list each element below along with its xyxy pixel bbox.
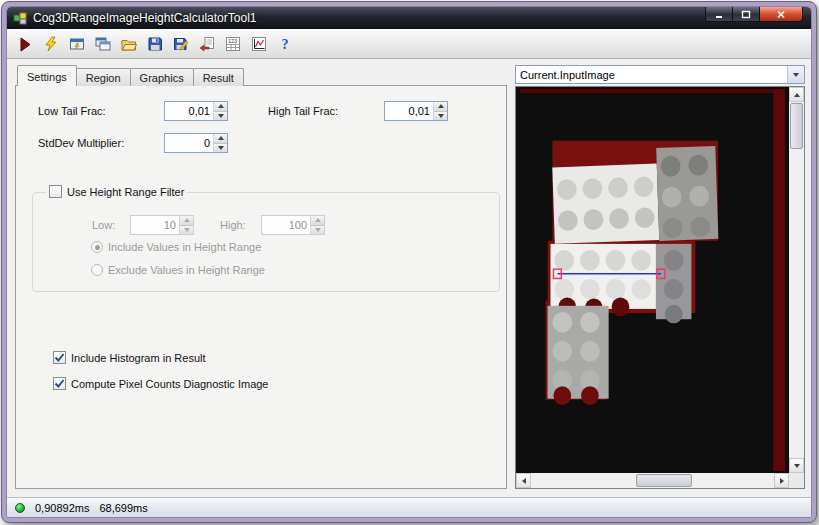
window: Cog3DRangeImageHeightCalculatorTool1	[1, 1, 817, 523]
scroll-up-button[interactable]	[789, 87, 804, 102]
save-button[interactable]	[143, 32, 166, 55]
tab-settings-label: Settings	[27, 71, 67, 83]
check-icon	[54, 378, 65, 389]
height-low-label: Low:	[92, 219, 115, 231]
spin-down-button[interactable]	[180, 226, 193, 235]
tab-graphics-label: Graphics	[140, 72, 184, 84]
close-button[interactable]	[760, 7, 803, 22]
include-histogram-checkbox[interactable]: Include Histogram in Result	[50, 351, 209, 364]
open-folder-icon	[121, 36, 137, 52]
statusbar: 0,90892ms 68,699ms	[7, 497, 811, 517]
high-tail-frac-label: High Tail Frac:	[268, 105, 338, 117]
dropdown-arrow-icon	[793, 73, 799, 77]
tab-result-label: Result	[203, 72, 234, 84]
high-tail-frac-input[interactable]: 0,01	[384, 101, 448, 121]
horizontal-scroll-thumb[interactable]	[636, 474, 692, 487]
include-values-radio[interactable]: Include Values in Height Range	[91, 241, 261, 253]
import-tool-button[interactable]	[195, 32, 218, 55]
low-tail-frac-input[interactable]: 0,01	[164, 101, 228, 121]
height-high-spinner	[310, 216, 324, 234]
range-image-display[interactable]	[516, 87, 789, 473]
minimize-icon	[714, 10, 724, 19]
spin-up-button[interactable]	[434, 102, 447, 112]
image-selector-combobox[interactable]: Current.InputImage	[515, 65, 805, 84]
left-arrow-icon	[522, 478, 526, 484]
up-arrow-icon	[438, 104, 444, 108]
spin-up-button[interactable]	[180, 216, 193, 226]
include-histogram-label: Include Histogram in Result	[71, 352, 206, 364]
help-icon: ?	[277, 36, 293, 52]
high-tail-frac-value: 0,01	[385, 102, 433, 120]
tool-windows-icon	[95, 36, 111, 52]
radio-dot-icon	[95, 245, 100, 250]
electric-run-button[interactable]	[39, 32, 62, 55]
checkbox-box	[49, 185, 62, 198]
right-arrow-icon	[780, 478, 784, 484]
vertical-scrollbar[interactable]	[789, 87, 804, 473]
toolbar: 123 ?	[7, 29, 811, 59]
show-current-image-button[interactable]	[65, 32, 88, 55]
scroll-left-button[interactable]	[516, 473, 531, 488]
scroll-down-button[interactable]	[789, 458, 804, 473]
high-tail-frac-spinner	[433, 102, 447, 120]
window-title: Cog3DRangeImageHeightCalculatorTool1	[33, 11, 256, 25]
combobox-dropdown-button[interactable]	[787, 66, 804, 83]
tab-graphics[interactable]: Graphics	[130, 68, 194, 86]
height-high-input[interactable]: 100	[261, 215, 325, 235]
settings-tabpage: Low Tail Frac: 0,01 High Tail Frac: 0,01	[15, 85, 507, 489]
height-low-input[interactable]: 10	[130, 215, 194, 235]
open-file-button[interactable]	[117, 32, 140, 55]
spin-down-button[interactable]	[311, 226, 324, 235]
minimize-button[interactable]	[705, 7, 733, 22]
exclude-values-label: Exclude Values in Height Range	[108, 264, 265, 276]
use-height-range-filter-checkbox[interactable]: Use Height Range Filter	[46, 185, 187, 198]
stddev-multiplier-input[interactable]: 0	[164, 133, 228, 153]
run-button[interactable]	[13, 32, 36, 55]
copy-tool-display-button[interactable]	[91, 32, 114, 55]
help-button[interactable]: ?	[273, 32, 296, 55]
down-arrow-icon	[218, 146, 224, 150]
run-icon	[17, 36, 33, 52]
compute-pixel-counts-checkbox[interactable]: Compute Pixel Counts Diagnostic Image	[50, 377, 271, 390]
plot-results-button[interactable]	[247, 32, 270, 55]
height-high-value: 100	[262, 216, 310, 234]
save-as-button[interactable]	[169, 32, 192, 55]
floppy-edit-icon	[173, 36, 189, 52]
spin-down-button[interactable]	[214, 144, 227, 153]
svg-text:?: ?	[281, 37, 288, 52]
scroll-right-button[interactable]	[774, 473, 789, 488]
low-tail-frac-value: 0,01	[165, 102, 213, 120]
tab-region[interactable]: Region	[76, 68, 131, 86]
stddev-spinner	[213, 134, 227, 152]
titlebar[interactable]: Cog3DRangeImageHeightCalculatorTool1	[7, 7, 811, 29]
pixel-values-grid-button[interactable]: 123	[221, 32, 244, 55]
svg-text:123: 123	[228, 38, 237, 44]
tool-window-icon	[69, 36, 85, 52]
compute-pixel-counts-label: Compute Pixel Counts Diagnostic Image	[71, 378, 268, 390]
window-inner: Cog3DRangeImageHeightCalculatorTool1	[6, 6, 812, 518]
down-arrow-icon	[438, 114, 444, 118]
caption-buttons	[705, 7, 803, 22]
status-indicator-icon	[15, 503, 25, 513]
check-icon	[54, 352, 65, 363]
spin-up-button[interactable]	[214, 102, 227, 112]
floppy-icon	[147, 36, 163, 52]
horizontal-scrollbar[interactable]	[516, 473, 789, 488]
tab-settings[interactable]: Settings	[17, 65, 77, 86]
vertical-scroll-thumb[interactable]	[790, 103, 803, 149]
radio-circle	[91, 241, 103, 253]
use-height-range-filter-label: Use Height Range Filter	[67, 186, 184, 198]
spin-up-button[interactable]	[214, 134, 227, 144]
tab-result[interactable]: Result	[193, 68, 244, 86]
process-time: 0,90892ms	[35, 502, 89, 514]
spin-down-button[interactable]	[434, 112, 447, 121]
spin-up-button[interactable]	[311, 216, 324, 226]
height-low-value: 10	[131, 216, 179, 234]
total-time: 68,699ms	[99, 502, 147, 514]
spin-down-button[interactable]	[214, 112, 227, 121]
maximize-button[interactable]	[733, 7, 760, 22]
exclude-values-radio[interactable]: Exclude Values in Height Range	[91, 264, 265, 276]
close-icon	[776, 10, 786, 19]
checkbox-box	[53, 351, 66, 364]
down-arrow-icon	[184, 228, 190, 232]
